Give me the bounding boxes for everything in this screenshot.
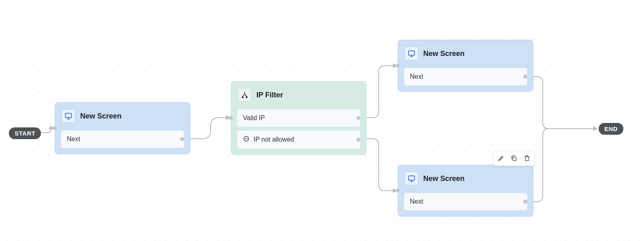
edit-button[interactable] bbox=[495, 153, 507, 164]
node-toolbar bbox=[493, 151, 535, 166]
node-title: New Screen bbox=[80, 112, 122, 120]
branch-icon bbox=[238, 88, 252, 102]
svg-marker-8 bbox=[242, 96, 243, 97]
outcome-ip-not-allowed[interactable]: IP not allowed bbox=[237, 130, 360, 149]
node-title: New Screen bbox=[423, 174, 465, 183]
outcome-label: Next bbox=[410, 73, 423, 80]
svg-marker-4 bbox=[593, 126, 597, 131]
screen-icon bbox=[405, 172, 418, 185]
deny-icon bbox=[243, 136, 249, 144]
copy-button[interactable] bbox=[508, 153, 520, 164]
start-pill[interactable]: START bbox=[9, 127, 41, 139]
screen-icon bbox=[62, 109, 75, 123]
node-ip-filter[interactable]: IP Filter Valid IP IP not allowed bbox=[231, 81, 367, 155]
node-new-screen-1[interactable]: New Screen Next bbox=[55, 102, 190, 154]
outcome-label: Next bbox=[410, 198, 423, 205]
outcome-port bbox=[523, 200, 527, 204]
outcome-valid-ip[interactable]: Valid IP bbox=[237, 109, 360, 127]
outcome-label: Valid IP bbox=[243, 114, 265, 122]
end-label: END bbox=[604, 125, 618, 132]
outcome-next[interactable]: Next bbox=[61, 130, 184, 148]
outcome-next[interactable]: Next bbox=[404, 68, 527, 86]
outcome-next[interactable]: Next bbox=[404, 193, 527, 211]
svg-rect-15 bbox=[409, 176, 415, 180]
node-inport bbox=[229, 116, 233, 120]
node-title: New Screen bbox=[423, 49, 465, 58]
outcome-port bbox=[356, 116, 360, 120]
node-inport bbox=[396, 189, 400, 193]
svg-rect-18 bbox=[513, 157, 516, 161]
svg-rect-5 bbox=[66, 113, 72, 118]
svg-marker-9 bbox=[246, 96, 247, 97]
svg-rect-12 bbox=[409, 51, 415, 55]
outcome-port bbox=[356, 138, 360, 142]
start-label: START bbox=[15, 130, 35, 137]
outcome-port bbox=[523, 75, 527, 79]
node-inport bbox=[53, 126, 57, 130]
node-new-screen-2[interactable]: New Screen Next bbox=[398, 40, 533, 92]
end-pill[interactable]: END bbox=[599, 123, 623, 135]
outcome-label: Next bbox=[67, 136, 80, 143]
delete-button[interactable] bbox=[521, 153, 533, 164]
outcome-port bbox=[180, 137, 184, 141]
screen-icon bbox=[405, 47, 418, 60]
node-title: IP Filter bbox=[256, 91, 283, 99]
node-inport bbox=[396, 64, 400, 68]
node-new-screen-3[interactable]: New Screen Next bbox=[398, 165, 533, 217]
outcome-label: IP not allowed bbox=[254, 136, 294, 143]
